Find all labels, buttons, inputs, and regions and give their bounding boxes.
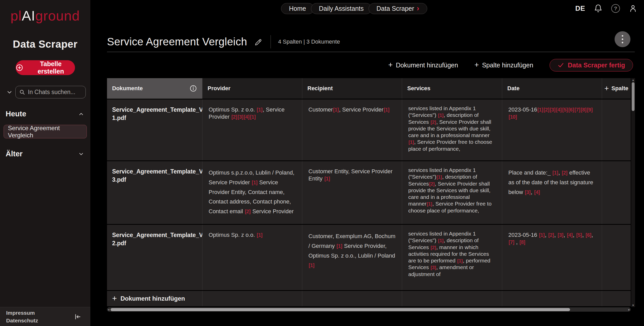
citation-ref[interactable]: [1] bbox=[438, 238, 444, 243]
horizontal-scrollbar-thumb[interactable] bbox=[111, 308, 570, 311]
citation-ref[interactable]: [1] bbox=[252, 180, 258, 185]
help-icon[interactable]: ? bbox=[611, 4, 620, 13]
citation-ref[interactable]: [10] bbox=[508, 114, 517, 120]
citation-ref[interactable]: [1] bbox=[308, 262, 315, 268]
horizontal-scrollbar[interactable]: ◄ ► bbox=[107, 307, 631, 312]
citation-ref[interactable]: [1] bbox=[539, 232, 545, 238]
provider-cell[interactable]: Optimus Sp. z o.o. [1], Service Provider… bbox=[202, 99, 302, 160]
scroll-right-arrow[interactable]: ► bbox=[628, 308, 631, 311]
services-cell[interactable]: services listed in Appendix 1 ("Services… bbox=[402, 161, 502, 224]
chat-item-service-agreement[interactable]: Service Agreement Vergleich bbox=[4, 125, 87, 138]
citation-ref[interactable]: [2] bbox=[562, 170, 568, 176]
collapse-sidebar-icon[interactable] bbox=[74, 313, 82, 321]
citation-ref[interactable]: [1] bbox=[256, 107, 263, 113]
provider-cell[interactable]: Optimus s.p.z.o.o, Lublin / Poland, Serv… bbox=[202, 161, 302, 224]
vertical-scrollbar[interactable]: ▲ ▼ bbox=[631, 78, 635, 307]
citation-ref[interactable]: [4] bbox=[556, 107, 562, 113]
citation-ref[interactable]: [2] bbox=[429, 181, 435, 187]
vertical-scrollbar-thumb[interactable] bbox=[632, 82, 635, 111]
sidebar-section-older[interactable]: Älter bbox=[0, 150, 90, 158]
citation-ref[interactable]: [6] bbox=[568, 107, 574, 113]
citation-ref[interactable]: [1] bbox=[256, 232, 263, 238]
document-name-cell[interactable]: Service_Agreement_Template_V...2.pdf bbox=[107, 225, 202, 290]
column-header-provider[interactable]: Provider bbox=[202, 78, 302, 99]
chevron-down-icon[interactable] bbox=[6, 89, 13, 96]
date-cell[interactable]: Place and date:_ [1], [2] effective as o… bbox=[502, 161, 602, 224]
notifications-bell-icon[interactable] bbox=[594, 4, 603, 13]
citation-ref[interactable]: [1] bbox=[438, 113, 444, 118]
citation-ref[interactable]: [1] bbox=[552, 170, 558, 176]
citation-ref[interactable]: [1] bbox=[408, 139, 414, 145]
citation-ref[interactable]: [2] bbox=[231, 114, 237, 120]
add-column-header-button[interactable]: + Spalte bbox=[602, 78, 631, 99]
citation-ref[interactable]: [1] bbox=[333, 107, 339, 113]
page-header: Service Agreement Vergleich 4 Spalten | … bbox=[107, 34, 634, 50]
recipient-cell[interactable]: Customer Entity, Service Provider Entity… bbox=[302, 161, 402, 224]
citation-ref[interactable]: [5] bbox=[562, 107, 568, 113]
citation-ref[interactable]: [1] bbox=[436, 174, 442, 180]
scroll-left-arrow[interactable]: ◄ bbox=[107, 308, 110, 311]
nav-tab-home[interactable]: Home bbox=[281, 3, 314, 14]
citation-ref[interactable]: [3] bbox=[430, 265, 436, 270]
add-column-button[interactable]: + Spalte hinzufügen bbox=[475, 61, 533, 69]
citation-ref[interactable]: [2] bbox=[430, 245, 436, 250]
citation-ref[interactable]: [4] bbox=[534, 189, 540, 195]
citation-ref[interactable]: [1] bbox=[457, 258, 463, 263]
citation-ref[interactable]: [2] bbox=[548, 232, 554, 238]
add-document-button[interactable]: + Dokument hinzufügen bbox=[388, 61, 458, 69]
citation-ref[interactable]: [2] bbox=[245, 209, 251, 214]
create-table-button[interactable]: Tabelle erstellen bbox=[16, 60, 75, 75]
user-account-icon[interactable] bbox=[629, 4, 637, 13]
citation-ref[interactable]: [3] bbox=[525, 189, 531, 195]
citation-ref[interactable]: [3] bbox=[550, 107, 556, 113]
citation-ref[interactable]: [8] bbox=[519, 239, 525, 245]
sidebar-section-today[interactable]: Heute bbox=[0, 110, 90, 118]
citation-ref[interactable]: [1] bbox=[250, 114, 256, 120]
scroll-down-arrow[interactable]: ▼ bbox=[632, 303, 635, 307]
scroll-up-arrow[interactable]: ▲ bbox=[632, 78, 635, 82]
column-header-services[interactable]: Services bbox=[402, 78, 502, 99]
edit-title-pencil-icon[interactable] bbox=[254, 37, 262, 46]
citation-ref[interactable]: [7] bbox=[508, 239, 514, 245]
citation-ref[interactable]: [7] bbox=[574, 107, 581, 113]
locale-switcher[interactable]: DE bbox=[575, 5, 585, 13]
provider-cell[interactable]: Optimus Sp. z o.o. [1] bbox=[202, 225, 302, 290]
datenschutz-link[interactable]: Datenschutz bbox=[6, 318, 38, 324]
column-header-date[interactable]: Date bbox=[502, 78, 602, 99]
services-cell[interactable]: services listed in Appendix 1 ("Services… bbox=[402, 225, 502, 290]
recipient-cell[interactable]: Customer, Exemplum AG, Bochum / Germany … bbox=[302, 225, 402, 290]
citation-ref[interactable]: [9] bbox=[587, 107, 593, 113]
search-input[interactable] bbox=[28, 89, 82, 96]
citation-ref[interactable]: [1] bbox=[537, 107, 543, 113]
citation-ref[interactable]: [4] bbox=[243, 114, 250, 120]
column-header-dokumente[interactable]: Dokumente bbox=[107, 78, 202, 99]
chevron-down-icon[interactable] bbox=[78, 151, 84, 157]
citation-ref[interactable]: [4] bbox=[567, 232, 573, 238]
info-icon[interactable] bbox=[189, 85, 197, 92]
impressum-link[interactable]: Impressum bbox=[6, 310, 38, 316]
citation-ref[interactable]: [8] bbox=[581, 107, 587, 113]
citation-ref[interactable]: [1] bbox=[383, 107, 390, 113]
citation-ref[interactable]: [1] bbox=[426, 201, 432, 207]
citation-ref[interactable]: [5] bbox=[576, 232, 582, 238]
add-document-footer-button[interactable]: + Dokument hinzufügen bbox=[107, 291, 202, 306]
nav-tab-daily-assistants[interactable]: Daily Assistants bbox=[311, 3, 372, 14]
data-scraper-done-button[interactable]: Data Scraper fertig bbox=[550, 59, 633, 72]
nav-tab-data-scraper[interactable]: Data Scraper› bbox=[369, 3, 427, 14]
citation-ref[interactable]: [2] bbox=[543, 107, 550, 113]
citation-ref[interactable]: [3] bbox=[237, 114, 243, 120]
citation-ref[interactable]: [1] bbox=[336, 243, 342, 249]
citation-ref[interactable]: [3] bbox=[557, 232, 563, 238]
document-name-cell[interactable]: Service_Agreement_Template_V...3.pdf bbox=[107, 161, 202, 224]
chevron-up-icon[interactable] bbox=[78, 111, 84, 117]
date-cell[interactable]: 2023-05-16[1][2][3][4][5][6][7][8][9][10… bbox=[502, 99, 602, 160]
column-header-recipient[interactable]: Recipient bbox=[302, 78, 402, 99]
date-cell[interactable]: 2023-05-16 [1], [2], [3], [4], [5], [6],… bbox=[502, 225, 602, 290]
citation-ref[interactable]: [1] bbox=[324, 176, 330, 181]
citation-ref[interactable]: [6] bbox=[585, 232, 592, 238]
more-options-button[interactable] bbox=[615, 31, 630, 47]
services-cell[interactable]: services listed in Appendix 1 ("Services… bbox=[402, 99, 502, 160]
document-name-cell[interactable]: Service_Agreement_Template_V...1.pdf bbox=[107, 99, 202, 160]
citation-ref[interactable]: [2] bbox=[430, 119, 436, 125]
recipient-cell[interactable]: Customer[1], Service Provider[1] bbox=[302, 99, 402, 160]
